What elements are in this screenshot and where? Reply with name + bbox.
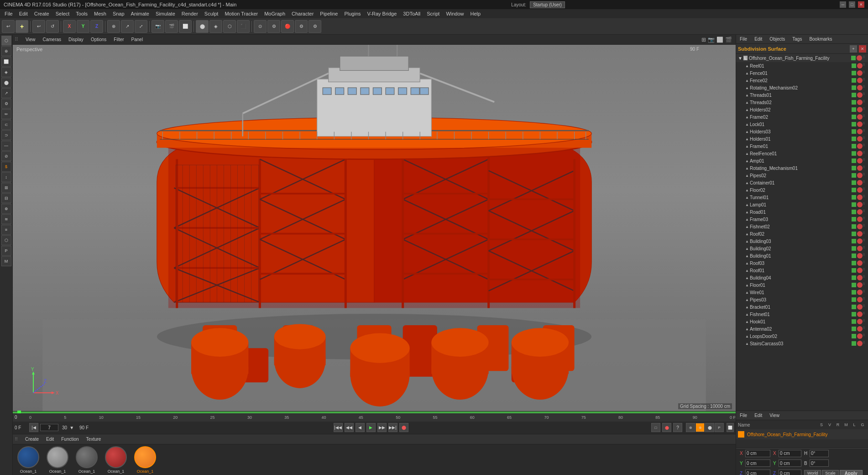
- menu-script[interactable]: Script: [424, 10, 442, 17]
- item-vis-frame03[interactable]: [852, 217, 856, 222]
- vp-render-icon[interactable]: 🎬: [725, 37, 732, 43]
- item-vis-reel01[interactable]: [852, 63, 856, 68]
- vp-display-menu[interactable]: Display: [67, 37, 85, 42]
- item-vis-pipes02[interactable]: [852, 173, 856, 178]
- vp-camera-icon[interactable]: 📷: [708, 37, 715, 43]
- tree-item-roof01[interactable]: ▲ Roof01 ⠿: [736, 267, 868, 274]
- mat-function-menu[interactable]: Function: [59, 436, 80, 442]
- item-vis-lamp01[interactable]: [852, 202, 856, 207]
- material-item-4[interactable]: Ocean_1: [102, 446, 130, 474]
- menu-animate[interactable]: Animate: [128, 10, 152, 17]
- scene-tags-menu[interactable]: Tags: [790, 36, 804, 42]
- tree-item-lock01[interactable]: ▲ Lock01 ⠿: [736, 121, 868, 128]
- tree-item-loopsdoor02[interactable]: ▲ LoopsDoor02 ⠿: [736, 332, 868, 340]
- left-tool-1[interactable]: ⬡: [1, 36, 11, 46]
- left-tool-14[interactable]: ⊞: [1, 183, 11, 193]
- tool3[interactable]: 🔴: [281, 20, 294, 33]
- left-tool-12[interactable]: $: [1, 162, 11, 172]
- item-vis-loopsdoor02[interactable]: [852, 334, 856, 338]
- tree-item-pipes03[interactable]: ▲ Pipes03 ⠿: [736, 296, 868, 303]
- item-vis-floor02[interactable]: [852, 188, 856, 192]
- left-tool-3[interactable]: ⬜: [1, 57, 11, 67]
- viewport-canvas[interactable]: Perspective: [13, 45, 736, 411]
- item-vis-amp01[interactable]: [852, 158, 856, 163]
- item-vis-building04[interactable]: [852, 275, 856, 280]
- menu-motion-tracker[interactable]: Motion Tracker: [222, 10, 261, 17]
- next-button[interactable]: ▶▶: [377, 423, 387, 432]
- keyframe-button[interactable]: ⊕: [686, 423, 695, 432]
- menu-help[interactable]: Help: [468, 10, 484, 17]
- render-settings[interactable]: 📷: [152, 20, 164, 33]
- tree-item-hook01[interactable]: ▲ Hook01 ⠿: [736, 318, 868, 325]
- edge-mode[interactable]: ◈: [209, 20, 222, 33]
- left-tool-10[interactable]: ⊃: [1, 130, 11, 140]
- left-tool-line[interactable]: —: [1, 141, 11, 151]
- apply-button[interactable]: Apply: [840, 470, 863, 475]
- render-region[interactable]: ⬜: [179, 20, 192, 33]
- left-tool-7[interactable]: ⚙: [1, 99, 11, 109]
- menu-character[interactable]: Character: [289, 10, 316, 17]
- loop-off-button[interactable]: □: [651, 423, 660, 432]
- move-tool[interactable]: ⊕: [107, 20, 120, 33]
- z-rot-input[interactable]: [779, 470, 801, 475]
- left-tool-20[interactable]: P: [1, 246, 11, 256]
- z-axis-button[interactable]: Z: [90, 20, 103, 33]
- tree-item-bracket01[interactable]: ▲ Bracket01 ⠿: [736, 303, 868, 311]
- vp-cameras-menu[interactable]: Cameras: [41, 37, 63, 42]
- item-vis-fishnet01[interactable]: [852, 312, 856, 317]
- item-vis-roof01[interactable]: [852, 268, 856, 273]
- menu-render[interactable]: Render: [179, 10, 201, 17]
- tree-item-roof03[interactable]: ▲ Roof03 ⠿: [736, 259, 868, 267]
- item-vis-building03[interactable]: [852, 239, 856, 243]
- tree-item-holders03[interactable]: ▲ Holders03 ⠿: [736, 128, 868, 135]
- item-vis-floor01[interactable]: [852, 283, 856, 287]
- tree-item-rotating-mech02[interactable]: ▲ Rotating_Mechanism02 ⠿: [736, 84, 868, 91]
- menu-snap[interactable]: Snap: [110, 10, 127, 17]
- menu-3dtoall[interactable]: 3DToAll: [400, 10, 423, 17]
- tool5[interactable]: ⚙: [309, 20, 321, 33]
- tree-item-lamp01[interactable]: ▲ Lamp01 ⠿: [736, 201, 868, 208]
- tree-item-building02[interactable]: ▲ Building02 ⠿: [736, 245, 868, 252]
- scene-bookmarks-menu[interactable]: Bookmarks: [807, 36, 834, 42]
- item-vis-pipes03[interactable]: [852, 297, 856, 302]
- item-vis-antenna02[interactable]: [852, 327, 856, 331]
- scale-mode-button[interactable]: Scale: [822, 470, 839, 475]
- root-visibility[interactable]: [851, 56, 856, 60]
- scene-tree[interactable]: ▼ L Offshore_Ocean_Fish_Farming_Facility…: [736, 54, 868, 411]
- vp-fit-icon[interactable]: ⊞: [701, 37, 706, 43]
- tree-item-frame03[interactable]: ▲ Frame03 ⠿: [736, 216, 868, 223]
- tree-item-building01[interactable]: ▲ Building01 ⠿: [736, 252, 868, 259]
- left-tool-18[interactable]: ≡: [1, 225, 11, 235]
- tree-item-reel01[interactable]: ▲ Reel01 ⠿: [736, 62, 868, 69]
- left-tool-17[interactable]: ≋: [1, 214, 11, 224]
- item-vis-bracket01[interactable]: [852, 305, 856, 309]
- y-rot-input[interactable]: [779, 459, 801, 467]
- motion-button[interactable]: ⬤: [705, 423, 714, 432]
- y-axis-button[interactable]: Y: [77, 20, 89, 33]
- tree-item-fence02[interactable]: ▲ Fence02 ⠿: [736, 77, 868, 84]
- item-vis-fishnet02[interactable]: [852, 224, 856, 229]
- left-tool-16[interactable]: ⊕: [1, 204, 11, 214]
- tool2[interactable]: ⚙: [267, 20, 280, 33]
- menu-mesh[interactable]: Mesh: [91, 10, 109, 17]
- left-tool-4[interactable]: ◈: [1, 67, 11, 77]
- points-mode[interactable]: ⬤: [196, 20, 209, 33]
- item-vis-building01[interactable]: [852, 253, 856, 258]
- frame-input[interactable]: [40, 424, 58, 431]
- timeline-end-btn[interactable]: ⬜: [727, 423, 734, 432]
- item-vis-lock01[interactable]: [852, 122, 856, 127]
- tree-item-frame01[interactable]: ▲ Frame01 ⠿: [736, 142, 868, 150]
- b-input[interactable]: [810, 459, 829, 467]
- tool4[interactable]: ⚙: [295, 20, 308, 33]
- menu-vray[interactable]: V-Ray Bridge: [365, 10, 400, 17]
- item-vis-rf01[interactable]: [852, 151, 856, 156]
- tree-item-holders01[interactable]: ▲ Holders01 ⠿: [736, 135, 868, 142]
- left-tool-11[interactable]: ⊘: [1, 151, 11, 161]
- item-vis-frame02[interactable]: [852, 115, 856, 119]
- close-button[interactable]: ✕: [858, 1, 864, 8]
- mat-edit-menu[interactable]: Edit: [44, 436, 56, 442]
- vp-view-menu[interactable]: View: [24, 37, 37, 42]
- item-vis-tunnel01[interactable]: [852, 195, 856, 200]
- prev-frame-button[interactable]: ◀◀: [345, 423, 354, 432]
- object-mode[interactable]: ⬛: [237, 20, 250, 33]
